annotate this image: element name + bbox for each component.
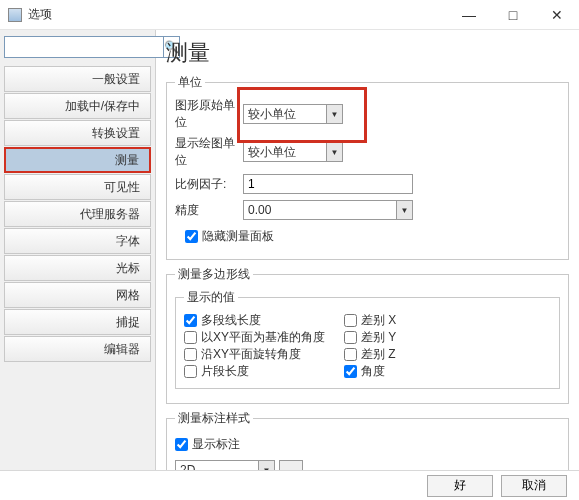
scale-label: 比例因子: (175, 176, 243, 193)
dim-mode-value: 2D (176, 463, 258, 470)
sidebar-item-6[interactable]: 字体 (4, 228, 151, 254)
sidebar-item-9[interactable]: 捕捉 (4, 309, 151, 335)
sidebar-item-3[interactable]: 测量 (4, 147, 151, 173)
display-unit-combo[interactable]: 较小单位 ▼ (243, 142, 343, 162)
sidebar-item-1[interactable]: 加载中/保存中 (4, 93, 151, 119)
precision-value: 0.00 (244, 203, 396, 217)
seg-len-checkbox[interactable]: 多段线长度 (184, 312, 344, 329)
footer: 好 取消 (0, 470, 579, 500)
content: 测量 单位 图形原始单位 较小单位 ▼ 显示绘图单位 较小单位 ▼ (156, 30, 579, 470)
polyline-legend: 测量多边形线 (175, 266, 253, 283)
cancel-button[interactable]: 取消 (501, 475, 567, 497)
drawing-unit-label: 图形原始单位 (175, 97, 243, 131)
sidebar: 🔍 一般设置加载中/保存中转换设置测量可见性代理服务器字体光标网格捕捉编辑器 (0, 30, 156, 470)
units-group: 单位 图形原始单位 较小单位 ▼ 显示绘图单位 较小单位 ▼ (166, 74, 569, 260)
ok-button[interactable]: 好 (427, 475, 493, 497)
maximize-button[interactable]: □ (491, 0, 535, 30)
values-legend: 显示的值 (184, 289, 238, 306)
display-unit-value: 较小单位 (244, 144, 326, 161)
chevron-down-icon: ▼ (396, 201, 412, 219)
precision-label: 精度 (175, 202, 243, 219)
sidebar-item-10[interactable]: 编辑器 (4, 336, 151, 362)
dim-mode-combo[interactable]: 2D ▼ (175, 460, 275, 470)
diff-x-checkbox[interactable]: 差别 X (344, 312, 396, 329)
rot-angle-checkbox[interactable]: 沿XY平面旋转角度 (184, 346, 344, 363)
app-icon (8, 8, 22, 22)
scale-input[interactable] (243, 174, 413, 194)
polyline-group: 测量多边形线 显示的值 多段线长度 差别 X 以XY平面为基准的角度 差别 Y … (166, 266, 569, 404)
units-legend: 单位 (175, 74, 205, 91)
display-unit-label: 显示绘图单位 (175, 135, 243, 169)
dimstyle-legend: 测量标注样式 (175, 410, 253, 427)
sidebar-item-8[interactable]: 网格 (4, 282, 151, 308)
search-input[interactable] (4, 36, 164, 58)
sidebar-item-5[interactable]: 代理服务器 (4, 201, 151, 227)
chevron-down-icon: ▼ (326, 143, 342, 161)
diff-y-checkbox[interactable]: 差别 Y (344, 329, 396, 346)
close-button[interactable]: ✕ (535, 0, 579, 30)
minimize-button[interactable]: — (447, 0, 491, 30)
values-group: 显示的值 多段线长度 差别 X 以XY平面为基准的角度 差别 Y 沿XY平面旋转… (175, 289, 560, 389)
dim-more-button[interactable]: ... (279, 460, 303, 470)
drawing-unit-value: 较小单位 (244, 106, 326, 123)
precision-combo[interactable]: 0.00 ▼ (243, 200, 413, 220)
chevron-down-icon: ▼ (326, 105, 342, 123)
seg-length2-checkbox[interactable]: 片段长度 (184, 363, 344, 380)
titlebar: 选项 — □ ✕ (0, 0, 579, 30)
xy-angle-checkbox[interactable]: 以XY平面为基准的角度 (184, 329, 344, 346)
chevron-down-icon: ▼ (258, 461, 274, 470)
drawing-unit-combo[interactable]: 较小单位 ▼ (243, 104, 343, 124)
hide-panel-checkbox[interactable]: 隐藏测量面板 (185, 228, 274, 245)
page-title: 测量 (166, 38, 569, 68)
sidebar-item-4[interactable]: 可见性 (4, 174, 151, 200)
angle-checkbox[interactable]: 角度 (344, 363, 385, 380)
show-dim-checkbox[interactable]: 显示标注 (175, 436, 240, 453)
sidebar-item-0[interactable]: 一般设置 (4, 66, 151, 92)
nav-list: 一般设置加载中/保存中转换设置测量可见性代理服务器字体光标网格捕捉编辑器 (4, 66, 151, 362)
window-title: 选项 (28, 6, 447, 23)
dimstyle-group: 测量标注样式 显示标注 2D ▼ ... (166, 410, 569, 470)
sidebar-item-2[interactable]: 转换设置 (4, 120, 151, 146)
diff-z-checkbox[interactable]: 差别 Z (344, 346, 396, 363)
sidebar-item-7[interactable]: 光标 (4, 255, 151, 281)
